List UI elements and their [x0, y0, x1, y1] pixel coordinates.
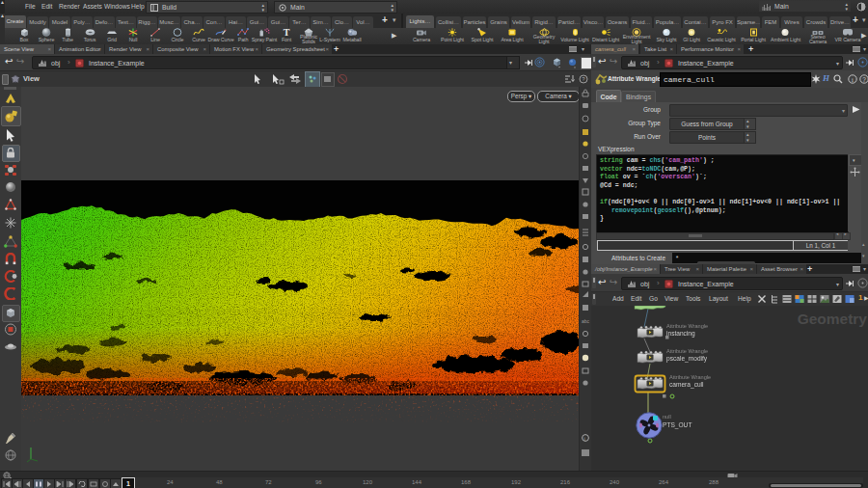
svg-text:Attribute Wrangle: Attribute Wrangle — [666, 348, 708, 354]
svg-text:i: i — [584, 436, 585, 442]
svg-text:instancing: instancing — [666, 330, 695, 338]
svg-text:pscale_modify: pscale_modify — [666, 355, 708, 363]
svg-text:abc: abc — [582, 318, 590, 324]
svg-text:i: i — [852, 76, 854, 83]
svg-text:?: ? — [862, 76, 866, 83]
svg-text:camera_cull: camera_cull — [669, 381, 704, 389]
svg-text:Attribute Wrangle: Attribute Wrangle — [666, 323, 708, 329]
svg-text:?: ? — [582, 76, 585, 82]
svg-text:Attribute Wrangle: Attribute Wrangle — [669, 374, 711, 380]
svg-text:Geometry: Geometry — [798, 311, 868, 327]
svg-text:null: null — [663, 414, 671, 420]
svg-text:PTS_OUT: PTS_OUT — [663, 421, 692, 429]
